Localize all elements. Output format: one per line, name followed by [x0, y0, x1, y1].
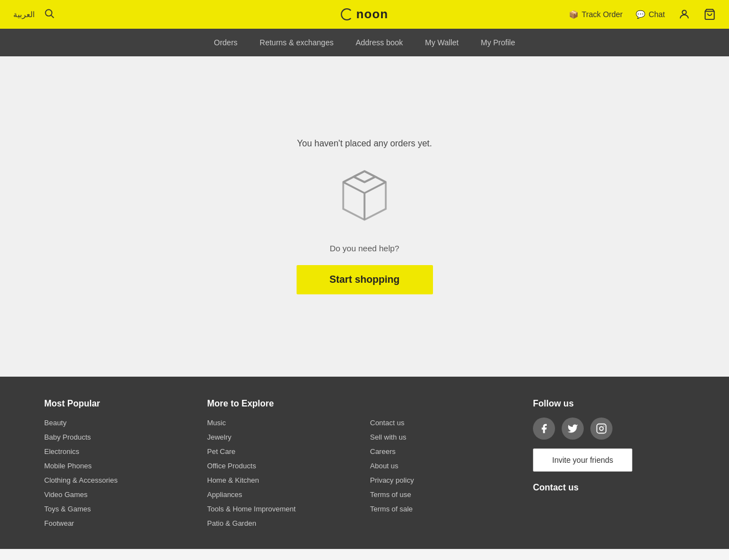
more-explore-links: MusicJewelryPet CareOffice ProductsHome …	[207, 418, 359, 528]
list-item[interactable]: Terms of use	[370, 490, 411, 499]
list-item[interactable]: Home & Kitchen	[207, 476, 259, 484]
svg-line-1	[51, 15, 54, 18]
svg-point-13	[600, 427, 604, 431]
more-explore-heading: More to Explore	[207, 399, 359, 409]
chat-icon: 💬	[636, 10, 645, 19]
svg-point-2	[682, 10, 686, 14]
account-icon[interactable]	[678, 8, 690, 20]
list-item[interactable]: About us	[370, 462, 398, 470]
twitter-icon[interactable]	[562, 418, 584, 440]
noon-logo[interactable]: noon	[341, 7, 388, 22]
footer-most-popular: Most Popular BeautyBaby ProductsElectron…	[44, 399, 196, 532]
empty-box-icon	[334, 165, 395, 228]
cart-icon[interactable]	[704, 8, 716, 20]
svg-line-6	[364, 182, 386, 193]
list-item[interactable]: Baby Products	[44, 433, 91, 441]
search-icon[interactable]	[44, 8, 55, 21]
arabic-lang-toggle[interactable]: العربية	[13, 10, 35, 19]
nav-bar: Orders Returns & exchanges Address book …	[0, 29, 729, 56]
facebook-icon[interactable]	[533, 418, 555, 440]
list-item[interactable]: Music	[207, 419, 226, 427]
list-item[interactable]: Privacy policy	[370, 476, 414, 484]
instagram-icon[interactable]	[590, 418, 612, 440]
list-item[interactable]: Tools & Home Improvement	[207, 505, 295, 513]
footer-more-explore: More to Explore MusicJewelryPet CareOffi…	[207, 399, 359, 532]
logo-circle-icon	[341, 8, 353, 20]
most-popular-heading: Most Popular	[44, 399, 196, 409]
chat-label: Chat	[648, 10, 665, 19]
list-item[interactable]: Footwear	[44, 519, 74, 527]
company-links: Contact usSell with usCareersAbout usPri…	[370, 418, 522, 514]
list-item[interactable]: Sell with us	[370, 433, 406, 441]
svg-point-14	[604, 426, 605, 427]
list-item[interactable]: Clothing & Accessories	[44, 476, 118, 484]
nav-returns[interactable]: Returns & exchanges	[260, 36, 334, 49]
track-order-button[interactable]: 📦 Track Order	[569, 10, 622, 19]
list-item[interactable]: Toys & Games	[44, 505, 91, 513]
list-item[interactable]: Pet Care	[207, 447, 235, 456]
contact-us-label: Contact us	[533, 483, 685, 493]
main-content: You haven't placed any orders yet. Do yo…	[0, 56, 729, 377]
social-icons	[533, 418, 685, 440]
chat-button[interactable]: 💬 Chat	[636, 10, 665, 19]
footer: Most Popular BeautyBaby ProductsElectron…	[0, 377, 729, 549]
nav-orders[interactable]: Orders	[214, 36, 237, 49]
track-order-label: Track Order	[582, 10, 622, 19]
svg-point-0	[45, 9, 52, 16]
list-item[interactable]: Video Games	[44, 490, 88, 499]
empty-orders-message: You haven't placed any orders yet.	[297, 139, 432, 149]
list-item[interactable]: Terms of sale	[370, 505, 413, 513]
top-header: العربية noon 📦 Track Order 💬 Chat	[0, 0, 729, 29]
list-item[interactable]: Patio & Garden	[207, 519, 256, 527]
list-item[interactable]: Electronics	[44, 447, 80, 456]
list-item[interactable]: Office Products	[207, 462, 256, 470]
list-item[interactable]: Careers	[370, 447, 395, 456]
svg-rect-12	[597, 424, 606, 434]
list-item[interactable]: Appliances	[207, 490, 242, 499]
footer-follow-us: Follow us Invite your friends C	[533, 399, 685, 532]
nav-profile[interactable]: My Profile	[480, 36, 515, 49]
list-item[interactable]: Jewelry	[207, 433, 231, 441]
track-order-icon: 📦	[569, 10, 578, 19]
invite-friends-button[interactable]: Invite your friends	[533, 448, 632, 472]
footer-company: Links Contact usSell with usCareersAbout…	[370, 399, 522, 532]
nav-wallet[interactable]: My Wallet	[425, 36, 459, 49]
header-actions: 📦 Track Order 💬 Chat	[569, 8, 716, 20]
list-item[interactable]: Contact us	[370, 419, 404, 427]
list-item[interactable]: Mobile Phones	[44, 462, 92, 470]
list-item[interactable]: Beauty	[44, 419, 66, 427]
follow-us-heading: Follow us	[533, 399, 685, 409]
svg-line-5	[344, 182, 365, 193]
start-shopping-button[interactable]: Start shopping	[297, 265, 433, 294]
nav-address-book[interactable]: Address book	[356, 36, 403, 49]
logo-text: noon	[356, 7, 388, 22]
most-popular-links: BeautyBaby ProductsElectronicsMobile Pho…	[44, 418, 196, 528]
help-text: Do you need help?	[330, 244, 399, 253]
